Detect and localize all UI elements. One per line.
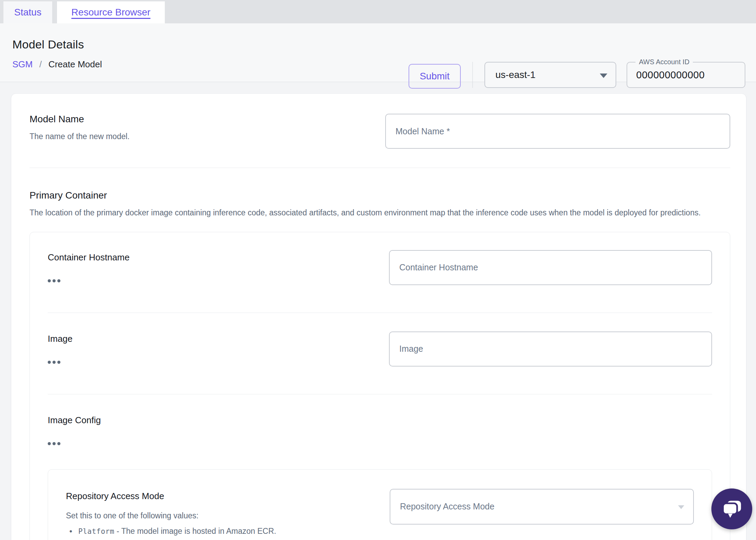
repository-access-mode-row: Repository Access Mode Set this to one o… (66, 489, 694, 540)
aws-account-id-field: AWS Account ID (627, 62, 745, 88)
breadcrumb-separator: / (39, 59, 42, 69)
tab-bar: Status Resource Browser (0, 0, 756, 23)
page-header: Model Details SGM / Create Model Submit … (0, 23, 756, 82)
page-content: Model Name The name of the new model. Pr… (0, 82, 756, 540)
container-hostname-heading: Container Hostname (48, 252, 129, 263)
tab-resource-browser[interactable]: Resource Browser (57, 1, 165, 23)
tab-resource-browser-label: Resource Browser (71, 7, 150, 18)
region-select[interactable]: us-east-1 (484, 62, 616, 88)
ellipsis-expander-icon[interactable] (48, 442, 61, 445)
container-hostname-input[interactable] (389, 250, 712, 285)
repository-access-mode-info: Repository Access Mode Set this to one o… (66, 489, 336, 540)
model-name-section: Model Name The name of the new model. (30, 114, 730, 168)
primary-container-card: Container Hostname Image Image Config (30, 232, 730, 540)
page-title: Model Details (12, 38, 84, 51)
chevron-down-icon (678, 505, 684, 509)
image-info: Image (48, 331, 72, 364)
ellipsis-expander-icon[interactable] (48, 279, 61, 282)
image-heading: Image (48, 334, 72, 344)
chevron-down-icon (600, 74, 607, 78)
repository-access-mode-select-placeholder: Repository Access Mode (400, 502, 494, 511)
primary-container-heading: Primary Container (30, 190, 730, 201)
tab-status[interactable]: Status (3, 1, 52, 23)
breadcrumb: SGM / Create Model (12, 59, 102, 70)
submit-button[interactable]: Submit (409, 64, 461, 89)
repository-access-mode-heading: Repository Access Mode (66, 491, 336, 502)
header-divider (472, 62, 473, 88)
model-name-input[interactable] (385, 114, 730, 149)
chat-widget-button[interactable] (711, 488, 752, 529)
chat-bubbles-icon (722, 499, 742, 519)
image-input[interactable] (389, 331, 712, 367)
container-hostname-info: Container Hostname (48, 250, 129, 282)
aws-account-id-input[interactable] (636, 67, 736, 82)
image-config-card: Repository Access Mode Set this to one o… (48, 469, 712, 540)
ellipsis-expander-icon[interactable] (48, 361, 61, 364)
model-name-info: Model Name The name of the new model. (30, 114, 130, 143)
aws-account-id-label: AWS Account ID (635, 58, 693, 66)
model-details-card: Model Name The name of the new model. Pr… (11, 93, 746, 540)
tab-status-label: Status (14, 7, 41, 18)
breadcrumb-root-link[interactable]: SGM (12, 59, 33, 69)
container-hostname-row: Container Hostname (48, 250, 712, 313)
model-name-description: The name of the new model. (30, 130, 130, 143)
primary-container-description: The location of the primary docker image… (30, 206, 713, 220)
model-name-heading: Model Name (30, 114, 130, 125)
repository-access-mode-options-list: Platform - The model image is hosted in … (66, 526, 336, 540)
image-config-heading: Image Config (48, 415, 712, 426)
option-text: - The model image is hosted in Amazon EC… (117, 527, 276, 536)
repository-access-mode-select[interactable]: Repository Access Mode (390, 489, 694, 525)
image-config-row: Image Config Repository Access Mode Set … (48, 394, 712, 540)
primary-container-section: Primary Container The location of the pr… (30, 190, 730, 540)
region-select-value: us-east-1 (495, 69, 536, 80)
option-code: Platform (78, 527, 114, 536)
list-item: Platform - The model image is hosted in … (66, 526, 336, 537)
repository-access-mode-description: Set this to one of the following values: (66, 511, 336, 520)
image-row: Image (48, 313, 712, 394)
breadcrumb-current: Create Model (48, 59, 102, 69)
